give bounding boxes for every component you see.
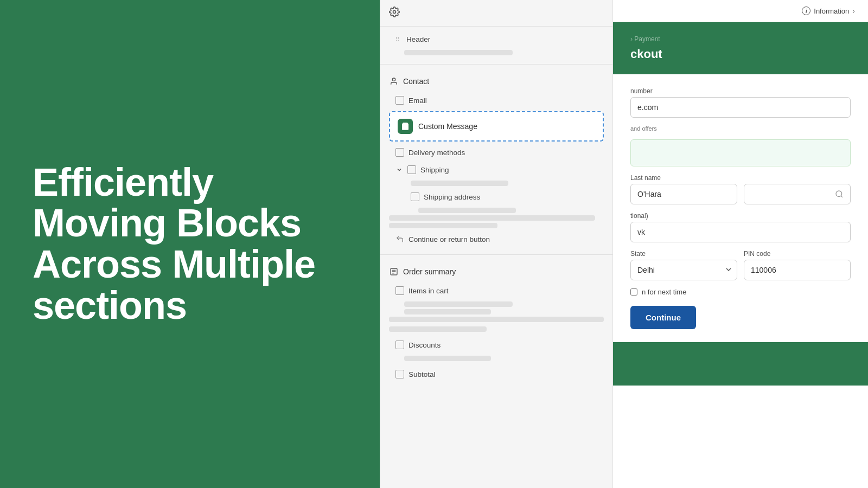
- state-label: State: [630, 250, 737, 258]
- email-block-item[interactable]: Email: [380, 92, 612, 109]
- checkout-form-body: number e.com and offers Last name O'Hara: [613, 74, 868, 342]
- gear-icon[interactable]: [389, 7, 400, 20]
- email-display-field: e.com: [630, 97, 851, 118]
- state-select-wrapper: Delhi: [630, 260, 737, 280]
- divider-2: [380, 254, 612, 255]
- custom-message-trigger: Custom Message: [389, 111, 604, 142]
- items-in-cart-block[interactable]: Items in cart: [380, 282, 612, 299]
- pin-field-group: PIN code 110006: [744, 250, 851, 280]
- shipping-label: Shipping: [420, 166, 449, 174]
- checkout-breadcrumb: › Payment: [630, 35, 851, 43]
- shipping-bar-2: [418, 208, 516, 213]
- address-value: vk: [630, 222, 851, 242]
- shipping-corner-icon: [407, 165, 416, 174]
- highlight-field: [630, 139, 851, 166]
- delivery-methods-label: Delivery methods: [409, 149, 465, 157]
- panel-top-bar: [380, 0, 612, 27]
- state-select[interactable]: Delhi: [630, 260, 737, 280]
- discounts-corner-icon: [395, 341, 404, 349]
- email-form-label: number: [630, 87, 851, 95]
- order-summary-section: Order summary Items in cart Discounts Su…: [380, 257, 612, 387]
- checkout-footer: [613, 342, 868, 386]
- svg-line-8: [841, 196, 843, 197]
- contact-section-header[interactable]: Contact: [380, 71, 612, 92]
- info-label: Information: [814, 7, 849, 15]
- svg-point-0: [393, 11, 396, 14]
- delivery-corner-icon: [395, 148, 404, 157]
- state-field-group: State Delhi: [630, 250, 737, 280]
- payment-breadcrumb: Payment: [634, 35, 660, 43]
- search-icon: [835, 190, 844, 198]
- items-bar-1: [404, 301, 513, 307]
- header-placeholder-bar: [404, 50, 513, 55]
- header-section: ⠿ Header: [380, 27, 612, 62]
- items-corner-icon: [395, 286, 404, 295]
- save-checkbox-row: n for next time: [630, 288, 851, 296]
- order-summary-icon: [389, 267, 399, 277]
- section-bar-2: [389, 223, 497, 228]
- breadcrumb-arrow: ›: [630, 35, 633, 43]
- contact-label: Contact: [403, 77, 429, 86]
- shipping-chevron-icon: [395, 166, 403, 174]
- items-bar-2: [404, 309, 491, 314]
- checkout-title: ckout: [630, 47, 851, 61]
- svg-point-1: [392, 78, 395, 81]
- email-field-group: number e.com: [630, 87, 851, 118]
- state-pin-row: State Delhi PIN code 110006: [630, 250, 851, 280]
- shipping-bar-1: [411, 181, 508, 186]
- divider-1: [380, 64, 612, 65]
- svg-point-7: [836, 191, 842, 197]
- continue-corner-icon: [395, 235, 404, 243]
- offers-hint: and offers: [630, 125, 851, 132]
- hero-heading: Efficiently Moving Blocks Across Multipl…: [33, 162, 347, 326]
- person-icon: [389, 76, 399, 86]
- shipping-address-block[interactable]: Shipping address: [380, 188, 612, 206]
- continue-button[interactable]: Continue: [630, 306, 696, 329]
- address-field-group: tional) vk: [630, 212, 851, 242]
- custom-message-popup: Custom Message: [389, 111, 604, 142]
- subtotal-block[interactable]: Subtotal: [380, 365, 612, 383]
- pin-label: PIN code: [744, 250, 851, 258]
- search-field[interactable]: [744, 184, 851, 204]
- items-bar-3: [389, 326, 487, 332]
- editor-sidebar: ⠿ Header Contact Email: [380, 0, 613, 488]
- last-name-field-group: Last name O'Hara: [630, 174, 737, 204]
- order-summary-header[interactable]: Order summary: [380, 261, 612, 282]
- items-in-cart-label: Items in cart: [409, 287, 449, 295]
- save-label: n for next time: [642, 288, 686, 296]
- continue-button-block[interactable]: Continue or return button: [380, 230, 612, 248]
- checkout-inner: i Information › › Payment ckout number e…: [613, 0, 868, 488]
- order-summary-label: Order summary: [403, 267, 456, 276]
- info-chevron-icon: ›: [852, 7, 855, 15]
- section-bar-1: [389, 215, 595, 221]
- bag-icon: [398, 119, 413, 134]
- header-block-item[interactable]: ⠿ Header: [380, 31, 612, 48]
- last-name-label: Last name: [630, 174, 737, 182]
- drag-handle-icon: ⠿: [395, 36, 400, 42]
- email-corner-icon: [395, 96, 404, 105]
- info-icon: i: [802, 7, 810, 15]
- checkout-preview: i Information › › Payment ckout number e…: [613, 0, 868, 488]
- custom-message-label: Custom Message: [418, 122, 477, 131]
- checkout-header: › Payment ckout: [613, 22, 868, 74]
- header-label: Header: [406, 35, 430, 43]
- pin-value: 110006: [744, 260, 851, 280]
- left-panel: Efficiently Moving Blocks Across Multipl…: [0, 0, 380, 488]
- subtotal-label: Subtotal: [409, 370, 436, 378]
- email-label: Email: [409, 97, 427, 105]
- shipping-address-label: Shipping address: [424, 193, 480, 201]
- delivery-methods-block[interactable]: Delivery methods: [380, 144, 612, 161]
- contact-section: Contact Email Custom Message: [380, 67, 612, 252]
- save-checkbox[interactable]: [630, 288, 637, 296]
- discounts-label: Discounts: [409, 341, 441, 349]
- name-form-row: Last name O'Hara: [630, 174, 851, 212]
- discounts-block[interactable]: Discounts: [380, 336, 612, 354]
- continue-return-label: Continue or return button: [409, 235, 490, 243]
- offers-field-group: and offers: [630, 125, 851, 132]
- custom-message-item[interactable]: Custom Message: [390, 112, 603, 140]
- search-field-group: [744, 174, 851, 204]
- shipping-block[interactable]: Shipping: [380, 161, 612, 178]
- info-badge[interactable]: i Information ›: [802, 7, 855, 15]
- discounts-bar: [404, 356, 491, 361]
- items-bar-full: [389, 317, 604, 322]
